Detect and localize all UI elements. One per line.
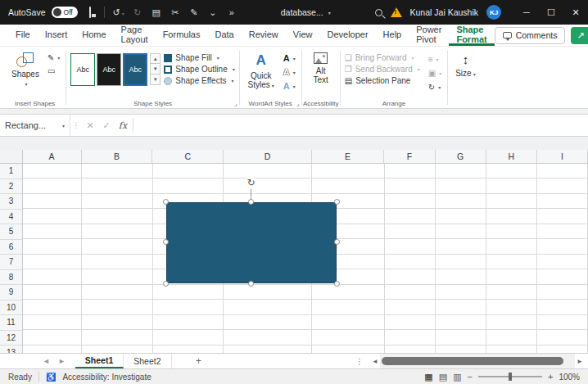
rotate-handle-icon[interactable]: ↻ [245,177,257,189]
close-button[interactable]: ✕ [563,0,588,25]
resize-handle-nw[interactable] [163,199,169,205]
rectangle-shape[interactable] [166,202,337,283]
zoom-slider-thumb[interactable] [509,373,512,381]
tab-insert[interactable]: Insert [38,25,75,46]
redo-button[interactable]: ↻ [131,7,144,18]
cancel-entry-button[interactable]: ✕ [82,115,98,136]
pen-button[interactable]: ✎ [188,7,201,18]
resize-handle-ne[interactable] [334,199,340,205]
tab-home[interactable]: Home [75,25,113,46]
shape-outline-button[interactable]: Shape Outline▾ [164,65,234,74]
column-header-g[interactable]: G [436,150,486,163]
tab-review[interactable]: Review [242,25,286,46]
row-header-3[interactable]: 3 [0,194,22,210]
row-header-6[interactable]: 6 [0,240,22,255]
avatar[interactable]: KJ [486,5,501,20]
cut-button[interactable]: ✂ [169,7,182,18]
rotate-button[interactable]: ↻▾ [427,82,443,93]
document-title[interactable]: database... [281,7,323,17]
sheet-tab-sheet2[interactable]: Sheet2 [124,354,171,368]
shape-style-option-1[interactable]: Abc [70,53,95,86]
shape-style-option-2[interactable]: Abc [97,53,121,86]
resize-handle-w[interactable] [163,239,169,245]
dialog-launcher-icon[interactable]: ⌟ [296,101,300,107]
maximize-button[interactable]: ☐ [539,0,563,25]
tab-formulas[interactable]: Formulas [156,25,208,46]
text-box-button[interactable]: ▭ [46,66,61,76]
select-all-corner[interactable] [0,150,23,163]
resize-handle-se[interactable] [334,281,340,287]
group-button[interactable]: ▣▾ [427,68,443,79]
scroll-left-icon[interactable]: ◄ [370,358,380,365]
dialog-launcher-icon[interactable]: ⌟ [234,101,237,107]
row-header-4[interactable]: 4 [0,210,22,225]
column-header-d[interactable]: D [224,150,312,163]
size-button[interactable]: ↕ Size▾ [452,50,478,82]
resize-handle-sw[interactable] [163,281,169,287]
column-header-f[interactable]: F [384,150,435,163]
gallery-up-button[interactable]: ▲ [150,53,161,64]
user-name[interactable]: Kunal Jai Kaushik [410,7,478,17]
minimize-button[interactable]: ─ [514,0,539,25]
name-box[interactable]: Rectang... ▾ [0,115,70,136]
scroll-right-icon[interactable]: ► [575,358,585,365]
sheet-nav-right-icon[interactable]: ► [58,357,66,365]
shape-fill-button[interactable]: Shape Fill▾ [164,53,234,62]
row-header-1[interactable]: 1 [0,164,22,179]
row-header-12[interactable]: 12 [0,331,22,346]
text-outline-button[interactable]: A▾ [282,66,297,78]
autosave-toggle[interactable]: Off [52,7,78,18]
confirm-entry-button[interactable]: ✓ [98,115,115,136]
row-header-9[interactable]: 9 [0,285,22,300]
edit-shape-button[interactable]: ✎▾ [46,52,61,63]
shapes-button[interactable]: Shapes▾ [8,50,43,92]
new-sheet-button[interactable]: + [192,355,206,366]
undo-button[interactable]: ↺▾ [112,7,125,18]
share-button[interactable]: ↗▾ [571,27,588,44]
zoom-level[interactable]: 100% [559,373,580,382]
tab-file[interactable]: File [8,25,38,46]
tab-data[interactable]: Data [207,25,241,46]
scrollbar-thumb[interactable] [382,357,563,365]
tab-help[interactable]: Help [376,25,409,46]
tab-view[interactable]: View [286,25,320,46]
drag-handle[interactable]: ⋮ [70,115,82,136]
horizontal-scrollbar[interactable]: ◄ ► [370,354,585,368]
zoom-slider[interactable] [478,376,542,377]
bring-forward-button[interactable]: ❏ Bring Forward▾ [345,53,420,62]
tab-developer[interactable]: Developer [319,25,375,46]
sheet-nav-left-icon[interactable]: ◄ [43,357,50,365]
resize-handle-s[interactable] [248,281,254,287]
gallery-down-button[interactable]: ▼ [150,64,161,75]
insert-function-button[interactable]: fx [115,115,131,136]
gallery-more-button[interactable]: ▼ [150,75,161,85]
row-header-10[interactable]: 10 [0,300,22,316]
quick-styles-button[interactable]: A Quick Styles▾ [244,50,278,93]
send-backward-button[interactable]: ❐ Send Backward▾ [345,65,420,74]
save-button[interactable] [84,7,97,17]
column-header-i[interactable]: I [537,150,588,163]
row-header-5[interactable]: 5 [0,224,22,240]
resize-handle-n[interactable] [248,199,254,205]
row-header-7[interactable]: 7 [0,255,22,270]
row-header-13[interactable]: 13 [0,346,22,353]
scrollbar-track[interactable] [380,354,575,368]
row-header-8[interactable]: 8 [0,270,22,286]
column-header-c[interactable]: C [152,150,224,163]
column-header-h[interactable]: H [486,150,537,163]
quick-access-overflow-button[interactable]: » [225,7,238,17]
tab-page-layout[interactable]: Page Layout [114,25,156,46]
row-header-11[interactable]: 11 [0,315,22,331]
normal-view-button[interactable]: ▦ [424,372,432,382]
column-header-b[interactable]: B [82,150,153,163]
zoom-in-button[interactable]: + [548,372,553,382]
warning-icon[interactable] [391,7,402,17]
resize-handle-e[interactable] [334,239,340,245]
more-options-icon[interactable]: ⋮ [355,357,364,366]
clipboard-button[interactable]: ▤ [150,7,163,18]
accessibility-status[interactable]: Accessibility: Investigate [62,373,151,382]
text-effects-button[interactable]: A▾ [282,80,297,92]
align-button[interactable]: ≡▾ [427,54,443,65]
column-header-e[interactable]: E [312,150,385,163]
search-icon[interactable] [375,9,382,16]
